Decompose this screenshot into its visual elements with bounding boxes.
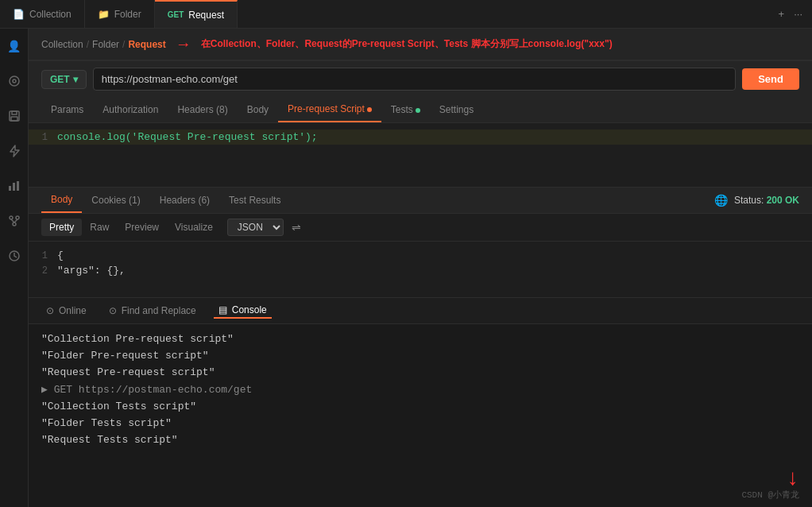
console-line-1: "Collection Pre-request script" bbox=[41, 331, 799, 347]
resp-line-2: 2 "args": {}, bbox=[29, 263, 812, 278]
tab-bar: 📄 Collection 📁 Folder GET Request + ··· bbox=[0, 0, 812, 29]
sidebar-save-icon[interactable] bbox=[3, 105, 25, 127]
response-tabs-bar: Body Cookies (1) Headers (6) Test Result… bbox=[29, 188, 812, 214]
status-text: Status: 200 OK bbox=[734, 195, 799, 206]
tab-settings[interactable]: Settings bbox=[430, 98, 483, 122]
breadcrumb-collection: Collection bbox=[41, 39, 83, 50]
tab-pre-request-script[interactable]: Pre-request Script bbox=[278, 97, 381, 122]
breadcrumb-folder: Folder bbox=[92, 39, 119, 50]
fmt-preview[interactable]: Preview bbox=[117, 219, 167, 236]
sidebar-user-icon[interactable]: 👤 bbox=[3, 35, 25, 57]
resp-code-1: { bbox=[57, 250, 64, 261]
svg-point-8 bbox=[10, 216, 13, 219]
sidebar-chart-icon[interactable] bbox=[3, 175, 25, 197]
tab-collection-label: Collection bbox=[29, 9, 72, 20]
watermark: CSDN @小青龙 bbox=[741, 489, 799, 501]
collection-icon: 📄 bbox=[13, 9, 25, 20]
code-editor[interactable]: 1 console.log('Request Pre-request scrip… bbox=[29, 123, 812, 187]
code-content-1: console.log('Request Pre-request script'… bbox=[57, 131, 318, 143]
tab-authorization[interactable]: Authorization bbox=[93, 98, 168, 122]
tab-collection[interactable]: 📄 Collection bbox=[0, 0, 85, 28]
status-ok: 200 OK bbox=[767, 195, 799, 206]
request-bar: GET ▾ Send bbox=[29, 61, 812, 97]
svg-rect-3 bbox=[12, 111, 17, 114]
tab-tests[interactable]: Tests bbox=[381, 98, 430, 122]
sidebar-history-icon[interactable] bbox=[3, 245, 25, 267]
tab-params[interactable]: Params bbox=[41, 98, 93, 122]
wrap-icon[interactable]: ⇌ bbox=[292, 221, 301, 234]
console-line-4: ▶ GET https://postman-echo.com/get bbox=[41, 381, 799, 398]
svg-rect-4 bbox=[11, 117, 17, 121]
resp-line-1: 1 { bbox=[29, 248, 812, 263]
console-tab-console[interactable]: ▤ Console bbox=[214, 303, 272, 319]
console-line-6: "Folder Tests script" bbox=[41, 415, 799, 432]
console-tab-find-replace[interactable]: ⊙ Find and Replace bbox=[104, 304, 201, 318]
resp-tab-headers[interactable]: Headers (6) bbox=[150, 188, 219, 212]
svg-rect-5 bbox=[9, 186, 11, 191]
find-replace-label: Find and Replace bbox=[122, 305, 196, 316]
method-label: GET bbox=[50, 74, 70, 85]
tab-headers[interactable]: Headers (8) bbox=[168, 98, 237, 122]
chevron-down-icon: ▾ bbox=[73, 74, 78, 85]
svg-point-1 bbox=[13, 79, 16, 83]
fmt-raw[interactable]: Raw bbox=[82, 219, 117, 236]
console-line-7: "Request Tests script" bbox=[41, 432, 799, 448]
svg-point-9 bbox=[16, 216, 19, 219]
fmt-pretty[interactable]: Pretty bbox=[41, 219, 82, 236]
resp-tab-test-results[interactable]: Test Results bbox=[219, 188, 290, 212]
more-tabs-button[interactable]: ··· bbox=[794, 8, 802, 20]
resp-line-num-2: 2 bbox=[29, 265, 57, 277]
url-input[interactable] bbox=[93, 68, 737, 91]
sidebar-bolt-icon[interactable] bbox=[3, 140, 25, 162]
response-section: Body Cookies (1) Headers (6) Test Result… bbox=[29, 187, 812, 297]
console-tabs-bar: ⊙ Online ⊙ Find and Replace ▤ Console bbox=[29, 298, 812, 324]
resp-tab-body[interactable]: Body bbox=[41, 188, 82, 213]
console-output: "Collection Pre-request script" "Folder … bbox=[29, 324, 812, 507]
console-line-3: "Request Pre-request script" bbox=[41, 364, 799, 381]
resp-line-num-1: 1 bbox=[29, 250, 57, 261]
console-tab-online[interactable]: ⊙ Online bbox=[41, 304, 91, 318]
breadcrumb: Collection / Folder / Request → 在Collect… bbox=[29, 29, 812, 60]
add-tab-button[interactable]: + bbox=[779, 8, 785, 20]
breadcrumb-request: Request bbox=[128, 39, 165, 50]
send-button[interactable]: Send bbox=[742, 68, 799, 90]
svg-rect-7 bbox=[17, 181, 19, 191]
sidebar-link-icon[interactable] bbox=[3, 210, 25, 232]
tab-folder-label: Folder bbox=[114, 9, 141, 20]
content-area: Collection / Folder / Request → 在Collect… bbox=[29, 29, 812, 507]
console-icon: ▤ bbox=[218, 304, 227, 315]
json-format-select[interactable]: JSON XML HTML bbox=[227, 219, 284, 236]
request-tabs: Params Authorization Headers (8) Body Pr… bbox=[29, 97, 812, 123]
tab-folder[interactable]: 📁 Folder bbox=[85, 0, 155, 28]
online-icon: ⊙ bbox=[46, 305, 54, 316]
tab-body[interactable]: Body bbox=[238, 98, 278, 122]
tab-request-label: Request bbox=[188, 10, 224, 21]
console-section: ⊙ Online ⊙ Find and Replace ▤ Console "C… bbox=[29, 297, 812, 507]
main-layout: 👤 bbox=[0, 29, 812, 507]
svg-line-11 bbox=[11, 219, 14, 223]
annotation-text: 在Collection、Folder、Request的Pre-request S… bbox=[201, 37, 613, 51]
get-badge: GET bbox=[168, 10, 184, 19]
svg-rect-6 bbox=[13, 183, 15, 191]
code-line-1: 1 console.log('Request Pre-request scrip… bbox=[29, 130, 812, 145]
svg-point-10 bbox=[13, 223, 16, 226]
tab-request[interactable]: GET Request bbox=[155, 0, 238, 28]
globe-icon: 🌐 bbox=[714, 194, 728, 207]
resp-format-bar: Pretty Raw Preview Visualize JSON XML HT… bbox=[29, 214, 812, 242]
response-body: 1 { 2 "args": {}, bbox=[29, 242, 812, 297]
search-icon: ⊙ bbox=[109, 305, 117, 316]
line-number-1: 1 bbox=[29, 132, 57, 143]
console-line-2: "Folder Pre-request script" bbox=[41, 347, 799, 364]
annotation-arrow: → bbox=[176, 35, 191, 53]
down-arrow-icon: ↓ bbox=[786, 466, 799, 491]
sidebar-api-icon[interactable] bbox=[3, 70, 25, 92]
tab-actions: + ··· bbox=[769, 8, 812, 20]
fmt-visualize[interactable]: Visualize bbox=[167, 219, 221, 236]
method-selector[interactable]: GET ▾ bbox=[41, 70, 87, 89]
console-line-5: "Collection Tests script" bbox=[41, 398, 799, 415]
resp-tab-cookies[interactable]: Cookies (1) bbox=[82, 188, 149, 212]
svg-line-12 bbox=[14, 219, 17, 223]
svg-point-0 bbox=[10, 76, 19, 86]
resp-code-2: "args": {}, bbox=[57, 265, 126, 277]
response-status: 🌐 Status: 200 OK bbox=[714, 194, 799, 207]
